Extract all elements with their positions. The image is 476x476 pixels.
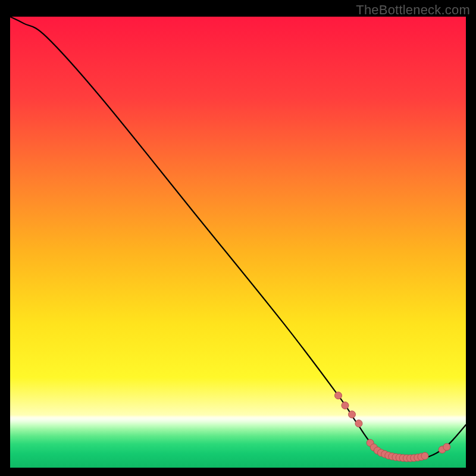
chart-stage: TheBottleneck.com (0, 0, 476, 476)
gradient-background (10, 17, 466, 468)
watermark-text: TheBottleneck.com (356, 2, 470, 18)
plot-area (10, 17, 466, 468)
svg-rect-0 (10, 17, 466, 468)
